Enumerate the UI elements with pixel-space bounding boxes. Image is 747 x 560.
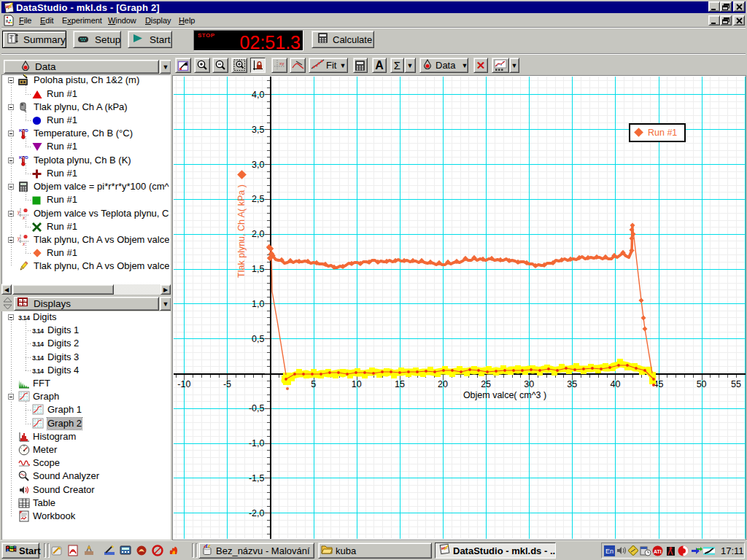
svg-text:3,5: 3,5 (252, 125, 264, 135)
svg-text:Run #1: Run #1 (648, 128, 677, 138)
svg-text:0,5: 0,5 (252, 334, 264, 344)
svg-text:-5: -5 (223, 379, 231, 389)
svg-text:-10: -10 (177, 379, 190, 389)
svg-text:3,0: 3,0 (252, 160, 264, 170)
svg-text:-1,0: -1,0 (249, 438, 265, 448)
svg-text:Tlak plynu, Ch A( kPa ): Tlak plynu, Ch A( kPa ) (236, 184, 247, 278)
svg-text:-2,0: -2,0 (249, 508, 265, 518)
svg-text:ATI: ATI (654, 549, 662, 554)
svg-text:3.14: 3.14 (32, 368, 44, 375)
svg-text:2,0: 2,0 (252, 229, 264, 239)
svg-text:En: En (605, 548, 614, 555)
svg-text:3.14: 3.14 (32, 327, 44, 335)
svg-text:10: 10 (352, 379, 362, 389)
svg-text:1,0: 1,0 (252, 299, 264, 309)
svg-text:4,0: 4,0 (252, 90, 264, 100)
svg-text:Objem valce( cm^3 ): Objem valce( cm^3 ) (463, 390, 546, 400)
svg-text:3.14: 3.14 (32, 341, 44, 348)
svg-text:-0,5: -0,5 (249, 403, 265, 413)
svg-text:1,5: 1,5 (252, 264, 264, 274)
svg-text:3.14: 3.14 (32, 354, 44, 362)
svg-text:xy: xy (279, 61, 285, 66)
svg-text:50: 50 (697, 379, 707, 389)
svg-text:3.14: 3.14 (18, 314, 30, 322)
svg-text:35: 35 (567, 379, 577, 389)
svg-text:25: 25 (481, 379, 491, 389)
svg-text:15: 15 (395, 379, 405, 389)
svg-text:40: 40 (610, 379, 620, 389)
svg-text:-1,5: -1,5 (249, 473, 265, 483)
svg-text:20: 20 (438, 379, 448, 389)
svg-text:30: 30 (524, 379, 534, 389)
svg-text:2,5: 2,5 (252, 194, 264, 204)
svg-text:55: 55 (731, 379, 741, 389)
svg-text:5: 5 (311, 379, 316, 389)
